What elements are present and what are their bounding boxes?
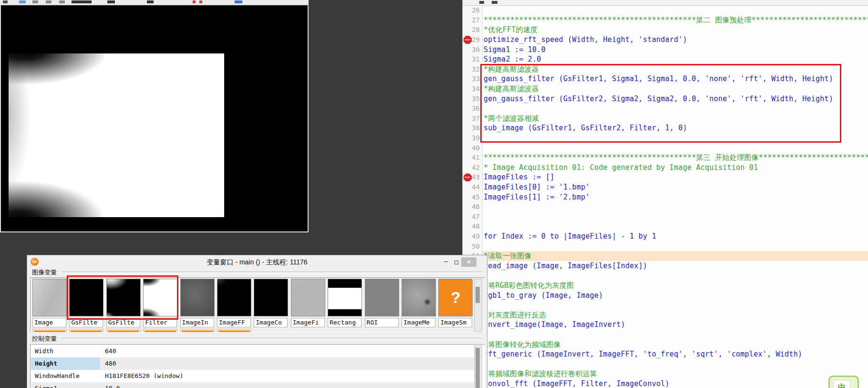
image-variable-cell[interactable]: ImageIn <box>180 279 215 326</box>
line-number[interactable]: 38 <box>463 123 480 133</box>
code-editor[interactable]: 2627************************************… <box>462 0 868 388</box>
code-comment: *将图像转化为频域图像 <box>484 340 561 350</box>
line-number[interactable]: 36 <box>463 104 480 114</box>
line-number[interactable]: 28 <box>463 25 480 35</box>
code-line[interactable]: 54*将RGB彩色图转化为灰度图 <box>463 281 868 291</box>
scrollbar-thumb[interactable] <box>475 287 480 303</box>
pending-image-variable-cell[interactable] <box>106 329 141 333</box>
line-number[interactable]: 32 <box>463 64 480 74</box>
code-line[interactable]: 61rft_generic (ImageInvert, ImageFFT, 't… <box>463 349 868 359</box>
code-line[interactable]: 43STOPImageFiles := [] <box>463 172 868 182</box>
pending-image-variable-cell[interactable] <box>143 329 177 333</box>
scrollbar-thumb[interactable] <box>475 348 480 388</box>
code-line[interactable]: 31Sigma2 := 2.0 <box>463 54 868 64</box>
code-statement: optimize_rft_speed (Width, Height, 'stan… <box>484 35 687 45</box>
image-variables-scrollbar[interactable] <box>474 279 482 332</box>
control-variable-name[interactable]: WindowHandle <box>31 370 100 382</box>
line-number[interactable]: 31 <box>463 54 480 64</box>
line-number[interactable]: 40 <box>463 143 480 153</box>
code-line[interactable]: 42* Image Acquisition 01: Code generated… <box>463 163 868 173</box>
code-statement: for Index := 0 to |ImageFiles| - 1 by 1 <box>484 231 656 241</box>
maximize-button[interactable]: □ <box>453 257 460 267</box>
code-line[interactable]: 53 <box>463 271 868 281</box>
code-line[interactable]: 58invert_image(Image, ImageInvert) <box>463 320 868 330</box>
pending-image-variable-cell[interactable] <box>180 329 215 333</box>
control-variable-name[interactable]: Height <box>31 357 100 370</box>
line-number[interactable]: 30 <box>463 45 480 55</box>
pending-image-variable-cell[interactable] <box>69 329 103 333</box>
image-variable-cell[interactable]: ROI <box>365 279 399 326</box>
code-line[interactable]: 64convol_fft (ImageFFT, Filter, ImageCon… <box>463 379 868 388</box>
graphics-window[interactable] <box>0 4 309 232</box>
code-line[interactable]: 27**************************************… <box>463 15 868 25</box>
code-line[interactable]: 55rgb1_to_gray (Image, Image) <box>463 291 868 301</box>
control-variable-name[interactable]: Width <box>31 345 100 357</box>
pending-image-variable-cell[interactable] <box>217 329 251 333</box>
code-line[interactable]: 56 <box>463 300 868 310</box>
line-number[interactable]: 44 <box>463 182 480 192</box>
code-line[interactable]: 59 <box>463 330 868 340</box>
section-rule <box>62 272 482 273</box>
line-number[interactable]: 34 <box>463 84 480 94</box>
code-line[interactable]: 40 <box>463 143 868 153</box>
line-number[interactable]: 42 <box>463 163 480 173</box>
code-line[interactable]: 30Sigma1 := 10.0 <box>463 45 868 55</box>
control-variable-row[interactable]: Height480 <box>31 357 476 370</box>
code-line[interactable]: 41**************************************… <box>463 153 868 163</box>
line-number[interactable]: 35 <box>463 94 480 104</box>
control-variables-scrollbar[interactable] <box>474 346 482 388</box>
code-line[interactable]: 62 <box>463 359 868 369</box>
image-variable-cell[interactable]: ImageCo <box>254 279 288 326</box>
control-variable-row[interactable]: Sigma110.0 <box>31 382 476 388</box>
code-line[interactable]: 49for Index := 0 to |ImageFiles| - 1 by … <box>463 231 868 241</box>
code-line[interactable]: 52read_image (Image, ImageFiles[Index]) <box>463 261 868 271</box>
control-variable-value: 640 <box>105 345 476 357</box>
code-line[interactable]: 48 <box>463 221 868 231</box>
annotation-box-thumbnails <box>67 275 178 320</box>
line-number[interactable]: 45 <box>463 192 480 202</box>
line-number[interactable]: 46 <box>463 202 480 212</box>
code-line[interactable]: 29STOPoptimize_rft_speed (Width, Height,… <box>463 35 868 45</box>
image-variable-cell[interactable]: ImageFi <box>291 279 325 326</box>
line-number[interactable]: 50 <box>463 241 480 252</box>
code-line[interactable]: 28*优化FFT的速度 <box>463 25 868 35</box>
unknown-image-icon <box>182 330 213 333</box>
line-number[interactable]: 26 <box>463 5 480 15</box>
line-number[interactable]: 39 <box>463 133 480 143</box>
control-variable-row[interactable]: Width640 <box>31 345 476 357</box>
image-variable-cell[interactable]: Image <box>32 279 67 326</box>
ime-indicator[interactable]: 中 <box>828 376 859 388</box>
line-number[interactable]: 48 <box>463 221 480 231</box>
control-variable-row[interactable]: WindowHandleH181FE8E6520 (window) <box>31 370 476 382</box>
code-line[interactable]: 26 <box>463 5 868 15</box>
minimize-button[interactable]: ─ <box>442 257 450 267</box>
code-line[interactable]: 44ImageFiles[0] := '1.bmp' <box>463 182 868 192</box>
code-line[interactable]: 46 <box>463 202 868 212</box>
code-line[interactable]: 60*将图像转化为频域图像 <box>463 340 868 350</box>
toolbar-icon-fragment <box>107 0 115 3</box>
code-statement: rgb1_to_gray (Image, Image) <box>484 291 603 301</box>
line-number[interactable]: 41 <box>463 153 480 163</box>
close-button[interactable]: × <box>461 257 476 267</box>
image-variable-cell[interactable]: ?ImageSm <box>438 279 473 326</box>
code-line[interactable]: 50 <box>463 241 868 252</box>
image-variable-name: ImageSm <box>438 318 472 327</box>
image-variable-cell[interactable]: ImageMe <box>402 279 436 326</box>
line-number[interactable]: 27 <box>463 15 480 25</box>
code-line[interactable]: 57*对灰度图进行反选 <box>463 310 868 320</box>
code-line[interactable]: 63*将频域图像和滤波核进行卷积运算 <box>463 369 868 379</box>
line-number[interactable]: 49 <box>463 231 480 241</box>
pending-image-variable-cell[interactable] <box>32 329 67 333</box>
code-line[interactable]: 45ImageFiles[1] := '2.bmp' <box>463 192 868 202</box>
toolbar-icon-fragment <box>59 0 65 3</box>
line-number[interactable]: 37 <box>463 114 480 124</box>
code-line[interactable]: 51*读取一张图像 <box>463 251 868 261</box>
code-statement: Sigma1 := 10.0 <box>484 45 546 55</box>
control-variable-name[interactable]: Sigma1 <box>31 382 100 388</box>
line-number[interactable]: 47 <box>463 212 480 222</box>
variable-window-titlebar[interactable]: 变量窗口 - main () - 主线程: 11176 <box>27 255 487 269</box>
image-variable-cell[interactable]: Rectang <box>328 279 362 326</box>
image-variable-cell[interactable]: ImageFF <box>217 279 251 326</box>
line-number[interactable]: 33 <box>463 74 480 84</box>
code-line[interactable]: 47 <box>463 212 868 222</box>
